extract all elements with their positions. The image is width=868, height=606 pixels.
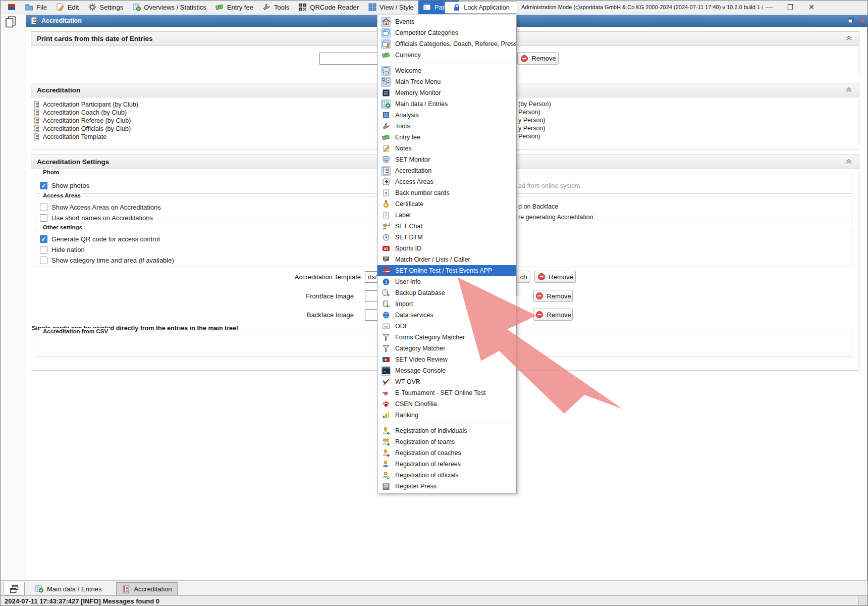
checkbox[interactable] (40, 214, 47, 222)
accreditation-list-item[interactable]: Accreditation Coach (by Club) (33, 109, 127, 117)
panels-menu-item-set-video-review[interactable]: SET Video Review (377, 354, 516, 365)
panels-menu-item-sports-id[interactable]: iDSports ID (377, 243, 516, 254)
panels-menu-item-competitor-categories[interactable]: Competitor Categories (377, 27, 516, 38)
panels-menu-item-main-tree-menu[interactable]: Main Tree Menu (377, 76, 516, 87)
medal-icon (382, 200, 390, 209)
remove-button-frontface-image[interactable]: Remove (533, 290, 573, 302)
menubar-item-overviews-statistics[interactable]: Overviews / Statistics (128, 1, 211, 14)
restore-button[interactable]: ❐ (782, 1, 799, 14)
panels-menu-item-currency[interactable]: Currency (377, 49, 516, 61)
panels-menu-item-access-areas[interactable]: Access Areas (377, 176, 516, 187)
accreditation-list-item[interactable]: Accreditation Referee (by Club) (33, 117, 131, 125)
press-icon (382, 482, 390, 491)
checkbox-row-show-category-time-and-area-if: Show category time and area (if availabl… (40, 256, 174, 265)
menubar-item-qrcode-reader[interactable]: QRCode Reader (294, 1, 363, 14)
panels-menu-item-e-tournament-set-online-test[interactable]: eE-Tournament - SET Online Test (377, 387, 516, 398)
tab-main-data-entries[interactable]: Main data / Entries (30, 582, 106, 595)
remove-button-accreditation-template[interactable]: Remove (534, 271, 576, 283)
menubar-item-edit[interactable]: Edit (51, 1, 83, 14)
svg-text:>_: >_ (384, 370, 388, 374)
panels-menu-item-certificate[interactable]: Certificate (377, 198, 516, 210)
accreditation-list-item[interactable]: Accreditation Template (33, 133, 106, 141)
monitor-icon (382, 156, 390, 164)
close-button[interactable]: ✕ (803, 1, 820, 14)
menubar-item-tools[interactable]: Tools (258, 1, 294, 14)
menu-item-icon-wrap (381, 17, 391, 27)
ranking-icon (382, 411, 390, 420)
panels-menu-item-forms-category-matcher[interactable]: Forms Category Matcher (377, 332, 516, 343)
minimize-button[interactable]: — (761, 1, 778, 14)
settings-right-fragment: re generating Accreditation (518, 214, 593, 221)
panels-menu-item-message-console[interactable]: >_Message Console (377, 365, 516, 376)
remove-button-backface-image[interactable]: Remove (533, 309, 573, 321)
panels-menu-item-registration-of-teams[interactable]: Registration of teams (377, 436, 516, 447)
collapse-accreditation-button[interactable] (844, 85, 853, 93)
panels-menu-item-set-monitor[interactable]: SET Monitor (377, 154, 516, 165)
panels-menu-item-ranking[interactable]: Ranking (377, 410, 516, 421)
lock-application-button[interactable]: Lock Application (445, 2, 517, 14)
panels-menu-item-officials-categories-coach-referee-press[interactable]: Officials Categories, Coach, Referee, Pr… (377, 38, 516, 49)
collapse-print-cards-button[interactable] (844, 34, 853, 42)
checkbox-row-use-short-names-on-accreditati: Use short names on Accreditations (40, 214, 153, 222)
child-close-button[interactable]: ✕ (857, 16, 866, 25)
panels-menu-item-registration-of-officials[interactable]: Registration of officials (377, 470, 516, 481)
panels-menu-item-main-data-entries[interactable]: Main data / Entries (377, 98, 516, 110)
checkbox[interactable] (40, 257, 47, 264)
panels-menu-item-register-press[interactable]: Register Press (377, 481, 516, 492)
db-in-icon (382, 300, 390, 309)
panels-menu-item-accreditation[interactable]: Accreditation (377, 165, 516, 176)
panels-menu-item-welcome[interactable]: Welcome (377, 65, 516, 76)
mdi-gutter (1, 14, 26, 580)
panels-menu-item-back-number-cards[interactable]: #Back number cards (377, 187, 516, 198)
panels-menu-item-category-matcher[interactable]: Category Matcher (377, 343, 516, 354)
search-button-fragment[interactable]: ch (517, 271, 530, 283)
panels-menu-item-match-order-lists-caller[interactable]: Match Order / Lists / Caller (377, 254, 516, 265)
panels-menu-item-memory-monitor[interactable]: Memory Monitor (377, 87, 516, 98)
table-check-icon (35, 585, 43, 593)
checkbox[interactable] (40, 246, 47, 254)
resize-grip[interactable] (858, 596, 868, 606)
panels-menu-item-odf[interactable]: </>ODF (377, 321, 516, 332)
panels-menu-item-wt-ovr[interactable]: WT OVR (377, 376, 516, 387)
window-stack-button[interactable] (4, 582, 25, 595)
menu-item-icon-wrap (381, 411, 391, 420)
print-cards-remove-button[interactable]: Remove (517, 52, 559, 65)
menu-item-icon-wrap (381, 99, 391, 109)
panels-menu-item-import[interactable]: Import (377, 298, 516, 310)
checkbox[interactable] (40, 235, 47, 243)
menu-item-label: Ranking (395, 412, 418, 419)
menubar-item-logo[interactable] (3, 1, 20, 14)
menu-item-icon-wrap (381, 77, 391, 87)
panels-menu-item-tools[interactable]: Tools (377, 121, 516, 132)
collapse-settings-button[interactable] (844, 157, 853, 165)
accreditation-list-item[interactable]: Accreditation Officials (by Club) (33, 125, 131, 133)
checkbox[interactable] (40, 182, 47, 189)
panels-menu-item-registration-of-referees[interactable]: Registration of referees (377, 459, 516, 470)
wrench-icon (262, 3, 271, 12)
tab-accreditation[interactable]: Accreditation (116, 582, 177, 595)
list-item-label: Accreditation Coach (by Club) (43, 109, 127, 116)
accreditation-list-item[interactable]: Accreditation Participant (by Club) (33, 100, 138, 109)
menubar-item-entry-fee[interactable]: Entry fee (211, 1, 258, 14)
panels-menu-item-user-info[interactable]: iUser Info (377, 276, 516, 287)
panels-menu-item-csen-cinofilia[interactable]: CSEN Cinofilia (377, 398, 516, 410)
child-restore-button[interactable] (846, 16, 855, 25)
menubar-item-file[interactable]: File (20, 1, 51, 14)
menubar-item-view-style[interactable]: View / Style (363, 1, 418, 14)
cascade-pages-icon[interactable] (5, 16, 17, 29)
panels-menu-item-label[interactable]: Label (377, 210, 516, 221)
menu-item-icon-wrap (381, 266, 391, 276)
panels-menu-item-backup-database[interactable]: Backup Database (377, 287, 516, 298)
checkbox[interactable] (40, 204, 47, 211)
panels-menu-item-analysis[interactable]: Analysis (377, 110, 516, 121)
panels-menu-item-data-services[interactable]: Data services (377, 310, 516, 321)
panels-menu-item-events[interactable]: Events (377, 16, 516, 27)
panels-menu-item-registration-of-individuals[interactable]: Registration of individuals (377, 425, 516, 436)
panels-menu-item-registration-of-coaches[interactable]: Registration of coaches (377, 447, 516, 459)
panels-menu-item-set-chat[interactable]: SET Chat (377, 221, 516, 232)
panels-menu-item-set-online-test-test-events-app[interactable]: SET Online Test / Test Events APP (377, 265, 516, 276)
panels-menu-item-notes[interactable]: Notes (377, 143, 516, 154)
panels-menu-item-entry-fee[interactable]: Entry fee (377, 132, 516, 143)
panels-menu-item-set-dtm[interactable]: SET DTM (377, 232, 516, 243)
menubar-item-settings[interactable]: Settings (83, 1, 128, 14)
